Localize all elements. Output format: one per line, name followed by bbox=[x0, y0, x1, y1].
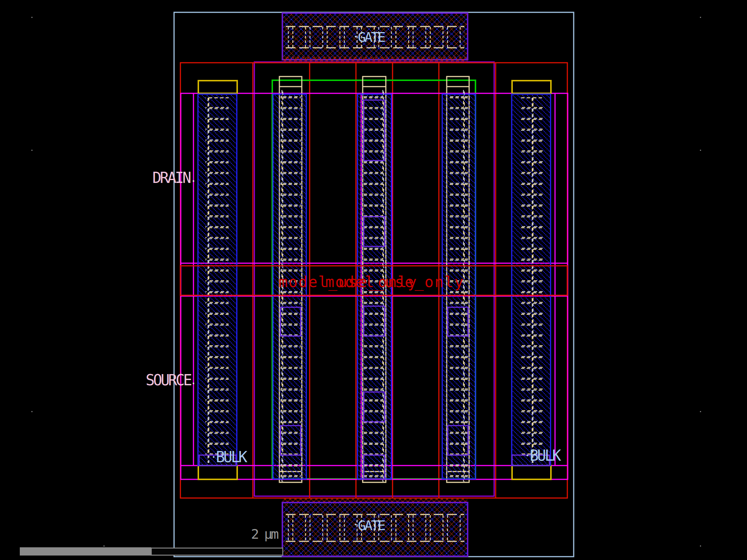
gate-top-label: GATE bbox=[358, 29, 385, 45]
label-anchor bbox=[355, 36, 356, 37]
label-anchor bbox=[193, 383, 194, 384]
grid-dot bbox=[700, 411, 701, 412]
marker-text-right: model_use_only bbox=[325, 273, 464, 291]
source-label: SOURCE bbox=[146, 371, 191, 389]
bulk-left-label: BULK bbox=[216, 448, 247, 466]
gate-pad-top[interactable]: GATE bbox=[282, 13, 468, 63]
pad-overlap-hatch bbox=[283, 57, 467, 63]
grid-dot bbox=[103, 545, 105, 547]
grid-dot bbox=[31, 150, 32, 151]
scale-label: 2 µm bbox=[251, 526, 278, 542]
contact-chain bbox=[520, 97, 543, 463]
grid-dot bbox=[700, 17, 701, 18]
gate-bottom-label: GATE bbox=[358, 518, 385, 533]
gate-pad-bottom[interactable]: GATE bbox=[282, 498, 468, 556]
contact-chain bbox=[205, 97, 229, 463]
finger-column-5[interactable] bbox=[512, 94, 551, 466]
bulk-right-label: BULK bbox=[530, 447, 561, 464]
label-anchor bbox=[355, 524, 356, 525]
grid-dot bbox=[700, 150, 701, 151]
label-anchor bbox=[193, 180, 194, 182]
label-anchor bbox=[527, 455, 528, 456]
grid-dot bbox=[31, 411, 32, 412]
scale-bar-filled bbox=[20, 547, 151, 556]
grid-dot bbox=[31, 17, 32, 18]
drain-label: DRAIN bbox=[152, 169, 190, 186]
label-anchor bbox=[213, 456, 214, 458]
scale-bar-hollow bbox=[151, 548, 283, 555]
finger-column-1[interactable] bbox=[198, 94, 237, 466]
layout-canvas[interactable]: GATE GATE model_use_only model_use_only … bbox=[0, 0, 747, 560]
grid-dot bbox=[700, 545, 701, 547]
